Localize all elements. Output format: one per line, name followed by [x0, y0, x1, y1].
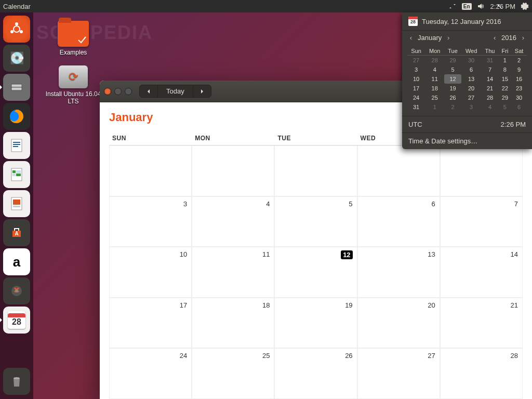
- launcher-libreoffice-impress[interactable]: [3, 190, 30, 217]
- mini-cal-day[interactable]: 11: [425, 74, 444, 84]
- calendar-day-cell[interactable]: 10: [109, 247, 192, 298]
- prev-year-button[interactable]: ‹: [492, 35, 497, 41]
- calendar-day-cell[interactable]: 7: [440, 196, 523, 247]
- mini-cal-day[interactable]: 3: [407, 65, 425, 74]
- calendar-day-cell[interactable]: [357, 145, 440, 196]
- launcher-files[interactable]: [3, 74, 30, 101]
- shutdown-gear-icon[interactable]: [521, 2, 529, 10]
- mini-cal-day[interactable]: 26: [444, 93, 461, 102]
- mini-cal-day[interactable]: 27: [461, 93, 481, 102]
- calendar-day-cell[interactable]: 28: [440, 348, 523, 399]
- launcher-disk-utility[interactable]: 💽: [3, 45, 30, 72]
- mini-cal-day[interactable]: 5: [499, 102, 511, 112]
- mini-cal-day[interactable]: 31: [481, 56, 498, 65]
- launcher-trash[interactable]: [3, 368, 30, 395]
- window-close-button[interactable]: [104, 88, 111, 95]
- today-button[interactable]: Today: [158, 85, 193, 97]
- time-date-settings-link[interactable]: Time & Date settings…: [402, 132, 532, 149]
- mini-cal-day[interactable]: 1: [425, 102, 444, 112]
- mini-cal-day[interactable]: 31: [407, 102, 425, 112]
- launcher-system-settings[interactable]: [3, 277, 30, 304]
- mini-cal-day[interactable]: 17: [407, 84, 425, 93]
- mini-cal-day[interactable]: 7: [481, 65, 498, 74]
- next-year-button[interactable]: ›: [521, 35, 526, 41]
- prev-month-button[interactable]: ‹: [408, 35, 414, 41]
- mini-cal-day[interactable]: 29: [499, 93, 511, 102]
- keyboard-language-indicator[interactable]: En: [462, 3, 472, 10]
- calendar-day-cell[interactable]: 3: [109, 196, 192, 247]
- popup-month[interactable]: January: [418, 34, 442, 42]
- mini-cal-day[interactable]: 16: [511, 74, 527, 84]
- launcher-libreoffice-writer[interactable]: [3, 132, 30, 159]
- calendar-day-cell[interactable]: [274, 145, 357, 196]
- mini-cal-day[interactable]: 28: [425, 56, 444, 65]
- mini-cal-day[interactable]: 10: [407, 74, 425, 84]
- mini-cal-day[interactable]: 22: [499, 84, 511, 93]
- calendar-day-cell[interactable]: 27: [357, 348, 440, 399]
- calendar-day-cell[interactable]: 13: [357, 247, 440, 298]
- mini-cal-day[interactable]: 15: [499, 74, 511, 84]
- mini-cal-day[interactable]: 18: [425, 84, 444, 93]
- window-maximize-button[interactable]: [125, 88, 132, 95]
- calendar-day-cell[interactable]: 4: [192, 196, 274, 247]
- network-icon[interactable]: [448, 2, 457, 10]
- calendar-day-cell[interactable]: 24: [109, 348, 192, 399]
- mini-cal-day[interactable]: 20: [461, 84, 481, 93]
- mini-cal-day[interactable]: 3: [461, 102, 481, 112]
- mini-cal-day[interactable]: 12: [444, 74, 461, 84]
- mini-cal-day[interactable]: 21: [481, 84, 498, 93]
- calendar-day-cell[interactable]: 17: [109, 298, 192, 349]
- calendar-day-cell[interactable]: 20: [357, 298, 440, 349]
- popup-year[interactable]: 2016: [501, 34, 516, 42]
- calendar-day-cell[interactable]: 5: [274, 196, 357, 247]
- desktop-icon-installer[interactable]: ⟳ Install Ubuntu 16.04 LTS: [45, 65, 102, 105]
- mini-cal-day[interactable]: 8: [499, 65, 511, 74]
- mini-cal-day[interactable]: 23: [511, 84, 527, 93]
- launcher-ubuntu-software[interactable]: A: [3, 219, 30, 246]
- next-button[interactable]: [193, 85, 211, 97]
- mini-cal-day[interactable]: 2: [444, 102, 461, 112]
- dash-home-button[interactable]: [3, 16, 30, 43]
- mini-cal-day[interactable]: 29: [444, 56, 461, 65]
- mini-cal-day[interactable]: 30: [461, 56, 481, 65]
- mini-cal-day[interactable]: 5: [444, 65, 461, 74]
- launcher-amazon[interactable]: a: [3, 248, 30, 275]
- mini-cal-day[interactable]: 25: [425, 93, 444, 102]
- mini-cal-day[interactable]: 28: [481, 93, 498, 102]
- launcher-calendar[interactable]: 28: [3, 307, 30, 334]
- mini-cal-day[interactable]: 27: [407, 56, 425, 65]
- window-minimize-button[interactable]: [114, 88, 122, 95]
- calendar-day-cell[interactable]: 6: [357, 196, 440, 247]
- calendar-day-cell[interactable]: 14: [440, 247, 523, 298]
- calendar-day-cell[interactable]: 26: [274, 348, 357, 399]
- mini-cal-day[interactable]: 24: [407, 93, 425, 102]
- next-month-button[interactable]: ›: [446, 35, 451, 41]
- volume-icon[interactable]: [477, 2, 485, 10]
- calendar-day-cell[interactable]: 18: [192, 298, 274, 349]
- mini-cal-day[interactable]: 6: [511, 102, 527, 112]
- mini-cal-day[interactable]: 19: [444, 84, 461, 93]
- mini-cal-day[interactable]: 30: [511, 93, 527, 102]
- mini-cal-day[interactable]: 9: [511, 65, 527, 74]
- clock[interactable]: 2:26 PM: [490, 3, 515, 10]
- calendar-day-cell[interactable]: [440, 145, 523, 196]
- mini-cal-day[interactable]: 14: [481, 74, 498, 84]
- mini-cal-day[interactable]: 4: [481, 102, 498, 112]
- launcher-firefox[interactable]: [3, 103, 30, 130]
- calendar-day-cell[interactable]: 25: [192, 348, 274, 399]
- calendar-day-cell[interactable]: 21: [440, 298, 523, 349]
- mini-cal-day[interactable]: 2: [511, 56, 527, 65]
- mini-cal-day[interactable]: 4: [425, 65, 444, 74]
- mini-cal-day[interactable]: 6: [461, 65, 481, 74]
- calendar-day-cell[interactable]: 11: [192, 247, 274, 298]
- mini-cal-day[interactable]: 13: [461, 74, 481, 84]
- calendar-day-cell[interactable]: 19: [274, 298, 357, 349]
- desktop-icon-examples[interactable]: Examples: [45, 21, 102, 56]
- calendar-day-cell[interactable]: 12: [274, 247, 357, 298]
- launcher-libreoffice-calc[interactable]: [3, 161, 30, 188]
- mini-cal-day[interactable]: 1: [499, 56, 511, 65]
- svg-rect-15: [16, 174, 21, 176]
- calendar-day-cell[interactable]: [192, 145, 274, 196]
- calendar-day-cell[interactable]: [109, 145, 192, 196]
- prev-button[interactable]: [140, 85, 158, 97]
